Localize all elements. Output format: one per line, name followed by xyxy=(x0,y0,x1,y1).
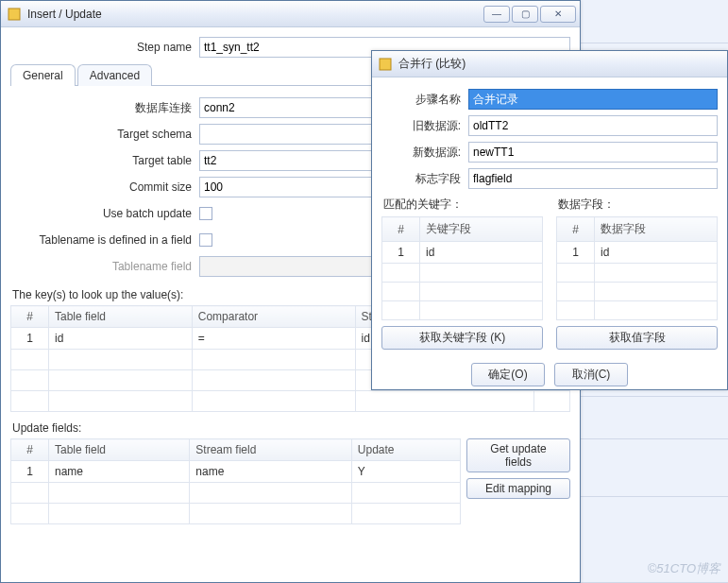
old-src-input[interactable] xyxy=(468,115,718,136)
new-src-label: 新数据源: xyxy=(381,145,468,161)
flag-field-input[interactable] xyxy=(468,168,718,189)
minimize-button[interactable]: — xyxy=(483,6,510,23)
match-col-keyfield[interactable]: 关键字段 xyxy=(420,217,543,242)
update-col-update[interactable]: Update xyxy=(351,439,460,461)
tab-general[interactable]: General xyxy=(10,64,76,86)
maximize-button[interactable]: ▢ xyxy=(512,6,538,23)
data-col-datafield[interactable]: 数据字段 xyxy=(595,217,718,242)
match-fields-label: 匹配的关键字： xyxy=(383,197,543,213)
table-row[interactable] xyxy=(382,264,543,283)
update-col-num[interactable]: # xyxy=(11,439,49,461)
new-src-input[interactable] xyxy=(468,142,718,163)
target-schema-label: Target schema xyxy=(10,128,199,141)
update-section-label: Update fields: xyxy=(12,421,570,435)
table-row[interactable] xyxy=(11,483,461,504)
merge-step-name-input[interactable] xyxy=(468,89,718,110)
update-col-streamfield[interactable]: Stream field xyxy=(190,439,352,461)
merge-titlebar[interactable]: 合并行 (比较) xyxy=(372,51,727,77)
key-col-tablefield[interactable]: Table field xyxy=(49,306,193,328)
svg-rect-0 xyxy=(8,9,20,20)
table-row[interactable]: 1 id xyxy=(382,242,543,264)
merge-title: 合并行 (比较) xyxy=(398,56,723,72)
merge-rows-window: 合并行 (比较) 步骤名称 旧数据源: 新数据源: 标志字段 匹配的关键字： xyxy=(371,50,728,390)
data-col-num[interactable]: # xyxy=(557,217,595,242)
table-row[interactable] xyxy=(382,283,543,301)
target-table-label: Target table xyxy=(10,154,199,167)
app-icon xyxy=(378,57,393,72)
tablename-in-field-label: Tablename is defined in a field xyxy=(10,233,199,247)
cancel-button[interactable]: 取消(C) xyxy=(554,363,628,386)
table-row[interactable] xyxy=(557,264,718,283)
table-row[interactable]: 1 name name Y xyxy=(11,461,461,483)
get-update-fields-button[interactable]: Get update fields xyxy=(466,438,570,472)
watermark: ©51CTO博客 xyxy=(648,560,720,577)
ok-button[interactable]: 确定(O) xyxy=(471,363,545,386)
tablename-field-label: Tablename field xyxy=(10,260,199,273)
table-row[interactable] xyxy=(11,504,461,524)
edit-mapping-button[interactable]: Edit mapping xyxy=(466,478,570,499)
key-col-comparator[interactable]: Comparator xyxy=(192,306,355,328)
old-src-label: 旧数据源: xyxy=(381,118,468,134)
close-button[interactable]: ✕ xyxy=(540,6,576,23)
match-table[interactable]: # 关键字段 1 id xyxy=(381,216,543,320)
commit-size-label: Commit size xyxy=(10,180,199,194)
step-name-label: Step name xyxy=(10,41,199,54)
key-col-num[interactable]: # xyxy=(11,306,49,328)
update-table[interactable]: # Table field Stream field Update 1 name… xyxy=(10,438,461,524)
table-row[interactable]: 1 id xyxy=(557,242,718,264)
tablename-in-field-checkbox[interactable] xyxy=(199,233,212,247)
table-row[interactable] xyxy=(557,301,718,320)
table-row[interactable] xyxy=(557,283,718,301)
svg-rect-1 xyxy=(380,59,391,70)
flag-field-label: 标志字段 xyxy=(381,171,468,187)
app-icon xyxy=(7,7,22,22)
data-table[interactable]: # 数据字段 1 id xyxy=(556,216,718,320)
tab-advanced[interactable]: Advanced xyxy=(77,64,152,86)
insert-update-title: Insert / Update xyxy=(27,8,483,21)
get-value-fields-button[interactable]: 获取值字段 xyxy=(556,326,718,350)
update-col-tablefield[interactable]: Table field xyxy=(49,439,190,461)
insert-update-titlebar[interactable]: Insert / Update — ▢ ✕ xyxy=(1,1,580,27)
db-connection-label: 数据库连接 xyxy=(10,100,199,116)
get-key-fields-button[interactable]: 获取关键字段 (K) xyxy=(381,326,543,350)
use-batch-label: Use batch update xyxy=(10,207,199,220)
data-fields-label: 数据字段： xyxy=(558,197,718,213)
match-col-num[interactable]: # xyxy=(382,217,420,242)
merge-step-name-label: 步骤名称 xyxy=(381,92,468,108)
table-row[interactable] xyxy=(382,301,543,320)
use-batch-checkbox[interactable] xyxy=(199,207,212,220)
table-row[interactable] xyxy=(11,391,570,412)
